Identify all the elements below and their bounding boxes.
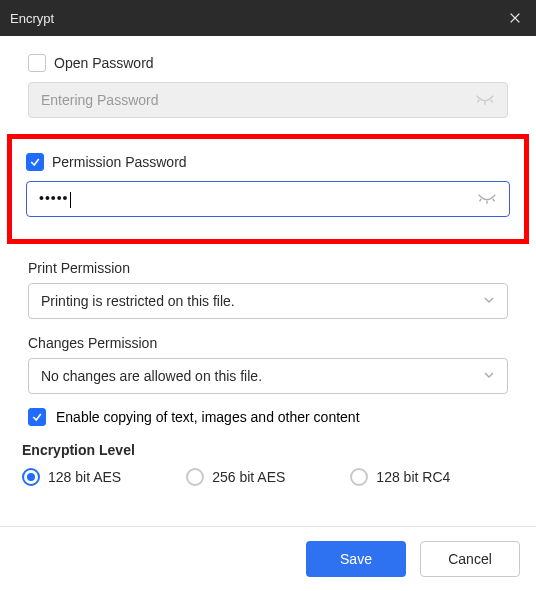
- permission-password-input[interactable]: •••••: [26, 181, 510, 217]
- text-cursor: [70, 192, 71, 208]
- radio-icon[interactable]: [350, 468, 368, 486]
- radio-icon[interactable]: [22, 468, 40, 486]
- open-password-checkbox-row[interactable]: Open Password: [28, 54, 508, 72]
- print-permission-select[interactable]: Printing is restricted on this file.: [28, 283, 508, 319]
- changes-permission-value: No changes are allowed on this file.: [41, 368, 262, 384]
- radio-label: 256 bit AES: [212, 469, 285, 485]
- radio-icon[interactable]: [186, 468, 204, 486]
- window-title: Encrypt: [10, 11, 54, 26]
- save-button[interactable]: Save: [306, 541, 406, 577]
- open-password-section: Open Password Entering Password: [10, 54, 526, 118]
- titlebar: Encrypt: [0, 0, 536, 36]
- eye-closed-icon: [475, 93, 495, 107]
- print-permission-value: Printing is restricted on this file.: [41, 293, 235, 309]
- open-password-checkbox[interactable]: [28, 54, 46, 72]
- changes-permission-select[interactable]: No changes are allowed on this file.: [28, 358, 508, 394]
- print-permission-section: Print Permission Printing is restricted …: [10, 260, 526, 319]
- changes-permission-section: Changes Permission No changes are allowe…: [10, 335, 526, 426]
- dialog-content: Open Password Entering Password Permissi…: [0, 36, 536, 526]
- close-icon[interactable]: [504, 7, 526, 29]
- permission-password-label: Permission Password: [52, 154, 187, 170]
- radio-label: 128 bit AES: [48, 469, 121, 485]
- encryption-level-title: Encryption Level: [22, 442, 508, 458]
- eye-closed-icon[interactable]: [477, 192, 497, 206]
- enable-copying-label: Enable copying of text, images and other…: [56, 409, 360, 425]
- permission-password-checkbox-row[interactable]: Permission Password: [26, 153, 510, 171]
- radio-256-aes[interactable]: 256 bit AES: [186, 468, 285, 486]
- print-permission-label: Print Permission: [28, 260, 508, 276]
- enable-copying-checkbox[interactable]: [28, 408, 46, 426]
- open-password-label: Open Password: [54, 55, 154, 71]
- radio-128-rc4[interactable]: 128 bit RC4: [350, 468, 450, 486]
- radio-label: 128 bit RC4: [376, 469, 450, 485]
- open-password-placeholder: Entering Password: [41, 92, 475, 108]
- dialog-footer: Save Cancel: [0, 526, 536, 591]
- permission-password-highlight: Permission Password •••••: [7, 134, 529, 244]
- permission-password-value: •••••: [39, 190, 477, 207]
- enable-copying-row[interactable]: Enable copying of text, images and other…: [28, 408, 508, 426]
- encryption-level-section: Encryption Level 128 bit AES 256 bit AES…: [10, 442, 526, 486]
- permission-password-checkbox[interactable]: [26, 153, 44, 171]
- encryption-level-options: 128 bit AES 256 bit AES 128 bit RC4: [22, 468, 508, 486]
- changes-permission-label: Changes Permission: [28, 335, 508, 351]
- radio-128-aes[interactable]: 128 bit AES: [22, 468, 121, 486]
- cancel-button[interactable]: Cancel: [420, 541, 520, 577]
- chevron-down-icon: [483, 368, 495, 384]
- open-password-input: Entering Password: [28, 82, 508, 118]
- chevron-down-icon: [483, 293, 495, 309]
